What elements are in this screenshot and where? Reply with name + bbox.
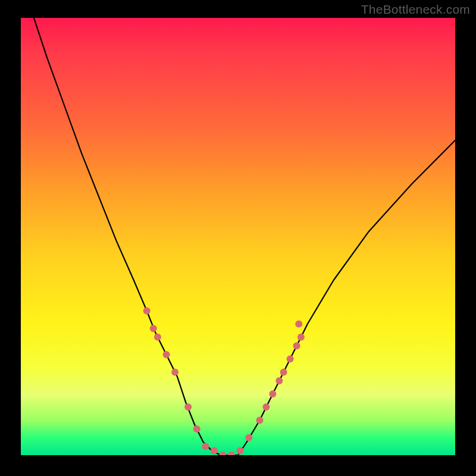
- bottleneck-curve-chart: [21, 18, 455, 455]
- data-marker: [245, 434, 252, 441]
- data-marker: [171, 368, 178, 375]
- data-marker: [256, 416, 264, 424]
- data-marker: [228, 452, 235, 455]
- data-marker: [295, 321, 302, 328]
- performance-curve: [34, 18, 455, 455]
- data-marker: [143, 307, 151, 314]
- watermark-label: TheBottleneck.com: [361, 2, 470, 17]
- data-marker: [293, 342, 300, 349]
- data-marker: [184, 403, 192, 411]
- data-marker: [220, 452, 227, 455]
- data-marker: [269, 390, 276, 397]
- marker-layer: [143, 307, 305, 455]
- data-marker: [193, 425, 201, 433]
- data-marker: [298, 334, 305, 341]
- data-marker: [154, 334, 161, 341]
- data-marker: [163, 351, 170, 358]
- chart-frame: TheBottleneck.com: [0, 0, 476, 476]
- data-marker: [275, 377, 283, 384]
- data-marker: [202, 443, 209, 450]
- data-marker: [280, 368, 287, 375]
- data-marker: [211, 447, 218, 455]
- data-marker: [287, 355, 294, 362]
- data-marker: [237, 447, 244, 455]
- data-marker: [150, 325, 157, 332]
- data-marker: [262, 403, 270, 411]
